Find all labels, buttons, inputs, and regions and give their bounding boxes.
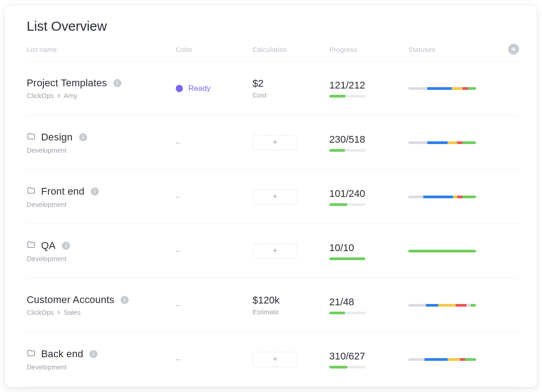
info-icon[interactable]: i [62,242,70,250]
list-overview-card: List Overview List name Color Calculatio… [5,5,537,387]
breadcrumb-segment[interactable]: Development [27,201,66,208]
status-segment [465,358,476,361]
statuses-cell[interactable] [408,141,501,144]
status-segment [463,196,476,198]
status-segment [460,358,465,361]
table-row[interactable]: Customer AccountsiClickOpsSales–$120kEst… [27,278,519,332]
breadcrumb-segment[interactable]: ClickOps [27,92,54,99]
status-segment [438,304,456,307]
add-calculation-button[interactable]: + [252,243,298,259]
progress-bar [329,366,365,369]
progress-text: 230/518 [329,134,408,145]
progress-bar [329,312,365,314]
table-body: Project TemplatesiClickOpsAmyReady$2Cost… [27,61,519,387]
color-cell[interactable]: Ready [176,84,252,93]
status-segment [408,196,423,198]
list-title[interactable]: Customer Accountsi [27,294,176,306]
table-row[interactable]: Front endiDevelopment–+101/240 [27,170,519,224]
folder-icon [27,239,36,252]
list-title[interactable]: Back endi [27,348,176,360]
progress-bar [329,203,365,206]
info-icon[interactable]: i [121,296,129,304]
color-dot [176,85,183,92]
table-row[interactable]: Back endiDevelopment–+310/627 [27,332,519,387]
progress-fill [329,366,347,369]
status-segment [453,196,457,198]
chevron-right-icon [56,92,61,99]
color-empty: – [176,300,180,310]
status-bar [408,196,476,198]
folder-icon [27,348,36,360]
color-cell[interactable]: – [176,138,252,147]
status-bar [408,304,476,307]
color-cell[interactable]: – [176,355,252,364]
calculation-label: Estimate [252,308,329,316]
status-segment [426,304,438,307]
progress-fill [329,149,345,152]
progress-cell: 310/627 [329,350,408,369]
statuses-cell[interactable] [408,304,501,307]
status-bar [408,358,476,361]
statuses-cell[interactable] [408,250,501,252]
progress-fill [329,95,346,98]
status-segment [408,141,427,144]
status-segment [471,304,476,307]
table-row[interactable]: Project TemplatesiClickOpsAmyReady$2Cost… [27,61,519,116]
color-cell[interactable]: – [176,246,252,256]
status-segment [408,250,476,252]
info-icon[interactable]: i [113,79,121,87]
info-icon[interactable]: i [79,133,87,141]
color-cell[interactable]: – [176,192,252,201]
info-icon[interactable]: i [91,187,99,196]
breadcrumb-segment[interactable]: ClickOps [27,308,54,316]
list-title-text: Project Templates [27,77,107,89]
status-segment [423,196,453,198]
breadcrumb: ClickOpsSales [27,308,176,316]
breadcrumb-segment[interactable]: Development [27,146,66,154]
list-title[interactable]: Designi [27,131,176,144]
add-calculation-button[interactable]: + [252,352,298,367]
breadcrumb-segment[interactable]: Amy [64,92,77,99]
progress-text: 121/212 [329,79,408,91]
list-title-text: Back end [41,348,83,360]
calculation-cell: $2Cost [252,78,329,99]
statuses-cell[interactable] [408,87,501,90]
color-empty: – [176,246,180,256]
status-bar [408,87,476,90]
breadcrumb-segment[interactable]: Development [27,255,66,262]
progress-fill [329,203,347,206]
statuses-cell[interactable] [408,196,501,198]
status-segment [427,87,452,90]
table-row[interactable]: DesigniDevelopment–+230/518 [27,116,519,170]
status-segment [467,304,471,307]
table-row[interactable]: QAiDevelopment–+10/10 [27,224,519,278]
info-icon[interactable]: i [89,350,98,358]
add-calculation-button[interactable]: + [252,189,298,205]
status-segment [457,141,463,144]
progress-text: 10/10 [329,242,408,254]
status-segment [408,87,427,90]
progress-bar [329,149,365,152]
list-title[interactable]: QAi [27,239,176,252]
add-column-button[interactable] [508,44,519,55]
list-title[interactable]: Project Templatesi [27,77,176,89]
breadcrumb: ClickOpsAmy [27,92,176,99]
progress-cell: 121/212 [329,79,408,98]
folder-icon [27,131,36,144]
progress-text: 21/48 [329,296,408,308]
chevron-right-icon [56,308,61,316]
list-name-cell: DesigniDevelopment [27,131,176,154]
list-title[interactable]: Front endi [27,185,176,198]
breadcrumb-segment[interactable]: Sales [64,308,81,316]
list-name-cell: QAiDevelopment [27,239,176,262]
column-progress: Progress [329,46,408,53]
list-title-text: Customer Accounts [27,294,114,306]
color-cell[interactable]: – [176,300,252,310]
add-calculation-button[interactable]: + [252,135,298,150]
breadcrumb-segment[interactable]: Development [27,363,66,371]
color-empty: – [176,355,180,364]
statuses-cell[interactable] [408,358,501,361]
folder-icon [27,185,36,198]
progress-cell: 230/518 [329,134,408,152]
calculation-value: $2 [252,78,329,89]
